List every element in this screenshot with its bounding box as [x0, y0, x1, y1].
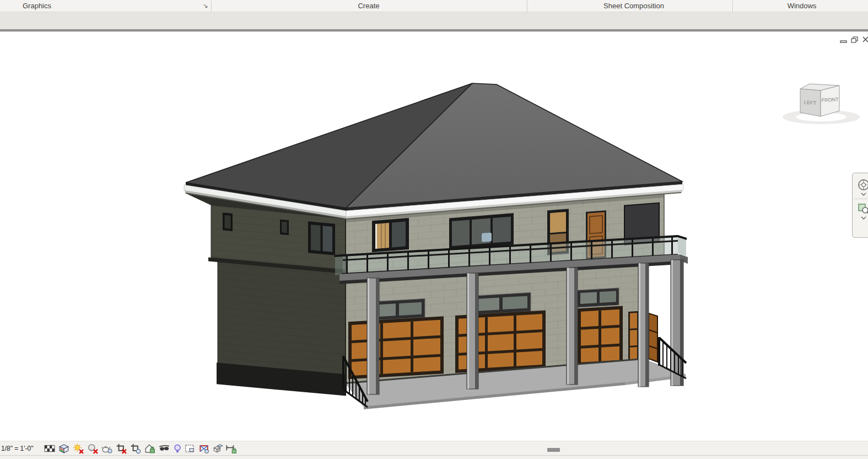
- view-restore-button[interactable]: [851, 36, 859, 43]
- porch-door-front[interactable]: [628, 311, 639, 363]
- zoom-tool-button[interactable]: [853, 201, 868, 216]
- navigation-bar: [852, 173, 868, 238]
- view-control-bar: 1/8" = 1'-0": [0, 441, 868, 456]
- shadows-icon[interactable]: [87, 443, 98, 454]
- side-window-small-1[interactable]: [223, 212, 233, 231]
- steering-wheel-dropdown[interactable]: [853, 192, 868, 196]
- revit-application-window: { "ribbon": { "panels": [ {"label": "Gra…: [0, 0, 868, 459]
- ribbon-panel-label-row: Graphics Create Sheet Composition Window…: [0, 0, 868, 12]
- displacement-sets-icon[interactable]: [213, 443, 224, 454]
- visual-style-icon[interactable]: [58, 443, 69, 454]
- reveal-constraints-icon[interactable]: [225, 443, 236, 454]
- reveal-hidden-elements-icon[interactable]: [172, 443, 183, 454]
- graphics-dialog-launcher-icon[interactable]: ↘: [203, 2, 208, 9]
- view-minimize-button[interactable]: [840, 36, 847, 43]
- left-side-wall[interactable]: [208, 205, 346, 396]
- navbar-divider: [854, 199, 868, 199]
- side-window-small-2[interactable]: [280, 220, 289, 235]
- locked-3d-view-icon[interactable]: [144, 443, 155, 454]
- upper-window-pair[interactable]: [372, 218, 409, 252]
- side-window-double[interactable]: [308, 221, 335, 255]
- show-crop-region-icon[interactable]: [130, 443, 141, 454]
- sun-path-icon[interactable]: [73, 443, 84, 454]
- steering-wheel-button[interactable]: [853, 178, 868, 192]
- viewcube[interactable]: LEFT FRONT: [783, 84, 860, 124]
- detail-level-icon[interactable]: [44, 443, 55, 454]
- ribbon-panel-create[interactable]: Create: [358, 2, 379, 10]
- garage-door-3[interactable]: [578, 306, 623, 366]
- garage-door-1[interactable]: [348, 316, 444, 379]
- temporary-hide-isolate-icon[interactable]: [159, 443, 170, 454]
- column-1[interactable]: [367, 278, 379, 394]
- corner-post[interactable]: [671, 260, 683, 386]
- crop-view-icon[interactable]: [116, 443, 127, 454]
- upper-window-wide[interactable]: [449, 213, 514, 249]
- rendering-dialog-icon[interactable]: [101, 443, 112, 454]
- view-scale-button[interactable]: 1/8" = 1'-0": [1, 445, 34, 452]
- ribbon-panel-windows[interactable]: Windows: [788, 2, 817, 10]
- view-close-button[interactable]: [862, 36, 868, 43]
- view-window-controls: [840, 36, 868, 43]
- chevron-down-icon: [861, 193, 866, 196]
- drawing-area[interactable]: LEFT FRONT: [0, 32, 868, 441]
- temporary-view-properties-icon[interactable]: [184, 443, 195, 454]
- viewcube-left-label[interactable]: LEFT: [804, 99, 817, 106]
- porch-door-side[interactable]: [649, 313, 657, 362]
- zoom-dropdown[interactable]: [853, 216, 868, 220]
- column-2[interactable]: [467, 273, 478, 389]
- ribbon-body: [0, 12, 868, 29]
- viewcube-front-label[interactable]: FRONT: [821, 97, 839, 103]
- steering-wheel-icon: [857, 178, 868, 191]
- analytical-model-icon[interactable]: [198, 443, 209, 454]
- horizontal-scrollbar-thumb[interactable]: [547, 448, 560, 452]
- house-3d-model[interactable]: LEFT FRONT: [0, 32, 868, 441]
- chevron-down-icon: [861, 216, 866, 220]
- column-4[interactable]: [638, 263, 649, 387]
- status-bar-edge: [0, 455, 868, 459]
- ribbon-panel-graphics[interactable]: Graphics: [23, 2, 51, 10]
- garage-transom-window-3[interactable]: [577, 288, 619, 307]
- garage-transom-window-2[interactable]: [471, 292, 531, 314]
- ribbon-panel-sheet-composition[interactable]: Sheet Composition: [603, 2, 664, 10]
- column-3[interactable]: [567, 268, 578, 385]
- zoom-icon: [857, 202, 868, 215]
